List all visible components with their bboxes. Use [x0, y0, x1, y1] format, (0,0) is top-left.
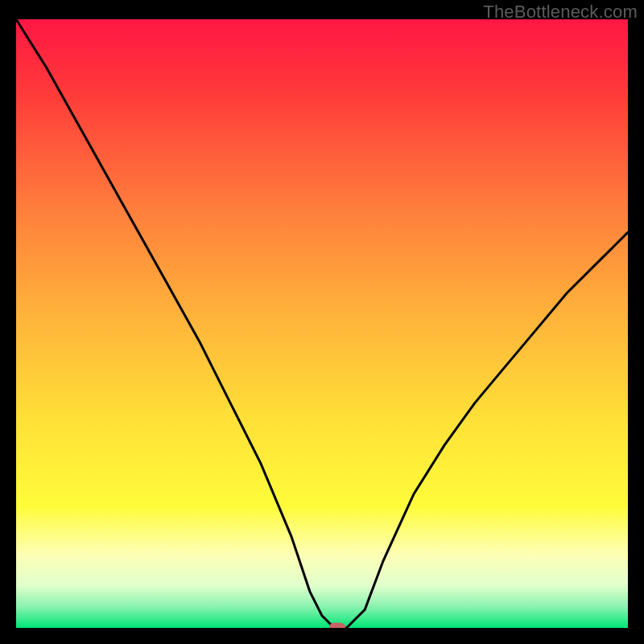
plot-area	[16, 19, 628, 628]
watermark-text: TheBottleneck.com	[483, 2, 638, 23]
chart-frame: TheBottleneck.com	[0, 0, 644, 644]
gradient-background	[16, 19, 628, 628]
chart-svg	[16, 19, 628, 628]
optimal-marker	[329, 623, 345, 629]
